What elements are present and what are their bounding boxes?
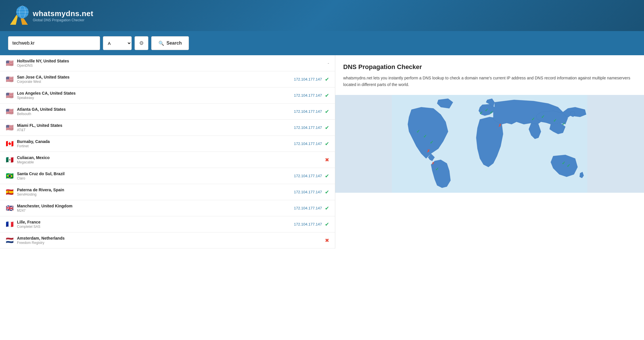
location-info: Amsterdam, NetherlandsFreedom Registry bbox=[17, 236, 322, 245]
table-row: 🇨🇦Burnaby, CanadaFortinet172.104.177.147… bbox=[0, 136, 335, 152]
ip-address[interactable]: 172.104.177.147 bbox=[294, 93, 322, 98]
table-row: 🇺🇸Miami FL, United StatesAT&T172.104.177… bbox=[0, 120, 335, 136]
status-icon: ✔ bbox=[325, 76, 329, 83]
location-info: Manchester, United KingdomM247 bbox=[17, 204, 294, 213]
search-button[interactable]: 🔍 Search bbox=[151, 36, 189, 50]
flag-icon: 🇺🇸 bbox=[6, 108, 14, 115]
location-isp: ServiHosting bbox=[17, 192, 294, 196]
ip-address[interactable]: 172.104.177.147 bbox=[294, 109, 322, 114]
svg-text:✓: ✓ bbox=[423, 134, 427, 139]
flag-icon: 🇺🇸 bbox=[6, 92, 14, 99]
svg-text:✓: ✓ bbox=[430, 140, 434, 145]
ip-address[interactable]: 172.104.177.147 bbox=[294, 142, 322, 146]
dns-checker-description: whatsmydns.net lets you instantly perfor… bbox=[343, 75, 636, 88]
info-panel: DNS Propagation Checker whatsmydns.net l… bbox=[335, 55, 644, 249]
table-row: 🇺🇸Los Angeles CA, United StatesSpeakeasy… bbox=[0, 87, 335, 104]
settings-button[interactable]: ⚙ bbox=[135, 36, 148, 50]
logo-icon bbox=[9, 5, 29, 26]
search-input[interactable] bbox=[8, 36, 100, 50]
ip-address[interactable]: 172.104.177.147 bbox=[294, 77, 322, 81]
svg-text:✗: ✗ bbox=[498, 123, 502, 128]
dns-checker-title: DNS Propagation Checker bbox=[343, 63, 636, 71]
location-info: Los Angeles CA, United StatesSpeakeasy bbox=[17, 91, 294, 100]
flag-icon: 🇫🇷 bbox=[6, 221, 14, 228]
table-row: 🇳🇱Amsterdam, NetherlandsFreedom Registry… bbox=[0, 232, 335, 249]
location-isp: Freedom Registry bbox=[17, 241, 322, 245]
ip-address[interactable]: 172.104.177.147 bbox=[294, 174, 322, 178]
location-name: Atlanta GA, United States bbox=[17, 107, 294, 112]
svg-text:✓: ✓ bbox=[562, 121, 566, 126]
ip-address[interactable]: 172.104.177.147 bbox=[294, 206, 322, 210]
location-info: Miami FL, United StatesAT&T bbox=[17, 123, 294, 132]
location-name: Santa Cruz do Sul, Brazil bbox=[17, 171, 294, 176]
table-row: 🇧🇷Santa Cruz do Sul, BrazilClaro172.104.… bbox=[0, 168, 335, 184]
location-isp: Corporate West bbox=[17, 80, 294, 84]
status-icon: ✖ bbox=[325, 237, 329, 244]
location-info: Paterna de Rivera, SpainServiHosting bbox=[17, 188, 294, 196]
svg-text:✓: ✓ bbox=[485, 108, 488, 112]
ip-address[interactable]: 172.104.177.147 bbox=[294, 125, 322, 130]
status-icon: ✔ bbox=[325, 189, 329, 195]
gear-icon: ⚙ bbox=[139, 40, 144, 46]
status-icon: ✔ bbox=[325, 108, 329, 115]
location-name: Paterna de Rivera, Spain bbox=[17, 188, 294, 192]
header: whatsmydns.net Global DNS Propagation Ch… bbox=[0, 0, 644, 31]
svg-text:✗: ✗ bbox=[427, 149, 430, 153]
flag-icon: 🇺🇸 bbox=[6, 124, 14, 131]
logo-text-block: whatsmydns.net Global DNS Propagation Ch… bbox=[33, 9, 93, 22]
flag-icon: 🇪🇸 bbox=[6, 188, 14, 196]
status-icon: ✔ bbox=[325, 141, 329, 147]
status-icon: - bbox=[327, 61, 329, 66]
location-info: Burnaby, CanadaFortinet bbox=[17, 139, 294, 148]
flag-icon: 🇨🇦 bbox=[6, 140, 14, 148]
location-name: Amsterdam, Netherlands bbox=[17, 236, 322, 240]
svg-text:✓: ✓ bbox=[562, 161, 566, 165]
table-row: 🇺🇸San Jose CA, United StatesCorporate We… bbox=[0, 71, 335, 87]
flag-icon: 🇺🇸 bbox=[6, 76, 14, 83]
location-isp: Completel SAS bbox=[17, 225, 294, 229]
search-button-label: Search bbox=[166, 41, 182, 46]
location-isp: Megacable bbox=[17, 160, 322, 164]
svg-text:✓: ✓ bbox=[416, 129, 420, 134]
flag-icon: 🇲🇽 bbox=[6, 156, 14, 164]
ip-address[interactable]: 172.104.177.147 bbox=[294, 222, 322, 226]
svg-text:✗: ✗ bbox=[432, 161, 434, 165]
location-isp: Claro bbox=[17, 176, 294, 180]
flag-icon: 🇬🇧 bbox=[6, 205, 14, 212]
table-row: 🇲🇽Culiacan, MexicoMegacable✖ bbox=[0, 152, 335, 168]
svg-text:✓: ✓ bbox=[531, 116, 535, 121]
location-info: San Jose CA, United StatesCorporate West bbox=[17, 75, 294, 84]
location-name: Burnaby, Canada bbox=[17, 139, 294, 144]
svg-text:✓: ✓ bbox=[490, 110, 493, 115]
location-isp: AT&T bbox=[17, 128, 294, 132]
location-info: Lille, FranceCompletel SAS bbox=[17, 220, 294, 229]
status-icon: ✖ bbox=[325, 157, 329, 163]
search-icon: 🔍 bbox=[158, 41, 164, 46]
table-row: 🇪🇸Paterna de Rivera, SpainServiHosting17… bbox=[0, 184, 335, 200]
record-type-select[interactable]: A AAAA CNAME MX NS PTR SOA SRV TXT bbox=[103, 36, 132, 50]
status-icon: ✔ bbox=[325, 221, 329, 228]
location-info: Atlanta GA, United StatesBellsouth bbox=[17, 107, 294, 116]
svg-text:✓: ✓ bbox=[435, 167, 439, 172]
location-info: Holtsville NY, United StatesOpenDNS bbox=[17, 59, 325, 68]
status-icon: ✔ bbox=[325, 205, 329, 211]
ip-address[interactable]: 172.104.177.147 bbox=[294, 190, 322, 194]
location-name: Holtsville NY, United States bbox=[17, 59, 325, 63]
location-name: Miami FL, United States bbox=[17, 123, 294, 128]
svg-text:✓: ✓ bbox=[479, 110, 483, 115]
svg-text:✓: ✓ bbox=[541, 114, 545, 119]
location-name: Culiacan, Mexico bbox=[17, 155, 322, 160]
flag-icon: 🇳🇱 bbox=[6, 237, 14, 244]
dns-info: DNS Propagation Checker whatsmydns.net l… bbox=[335, 55, 644, 95]
location-isp: Bellsouth bbox=[17, 112, 294, 116]
search-bar: A AAAA CNAME MX NS PTR SOA SRV TXT ⚙ 🔍 S… bbox=[0, 31, 644, 55]
flag-icon: 🇺🇸 bbox=[6, 60, 14, 67]
location-isp: Speakeasy bbox=[17, 96, 294, 100]
location-isp: OpenDNS bbox=[17, 64, 325, 68]
svg-text:✓: ✓ bbox=[567, 163, 570, 168]
logo-container: whatsmydns.net Global DNS Propagation Ch… bbox=[9, 5, 93, 26]
location-name: Lille, France bbox=[17, 220, 294, 224]
location-isp: M247 bbox=[17, 209, 294, 213]
location-name: Manchester, United Kingdom bbox=[17, 204, 294, 208]
table-row: 🇺🇸Atlanta GA, United StatesBellsouth172.… bbox=[0, 104, 335, 120]
